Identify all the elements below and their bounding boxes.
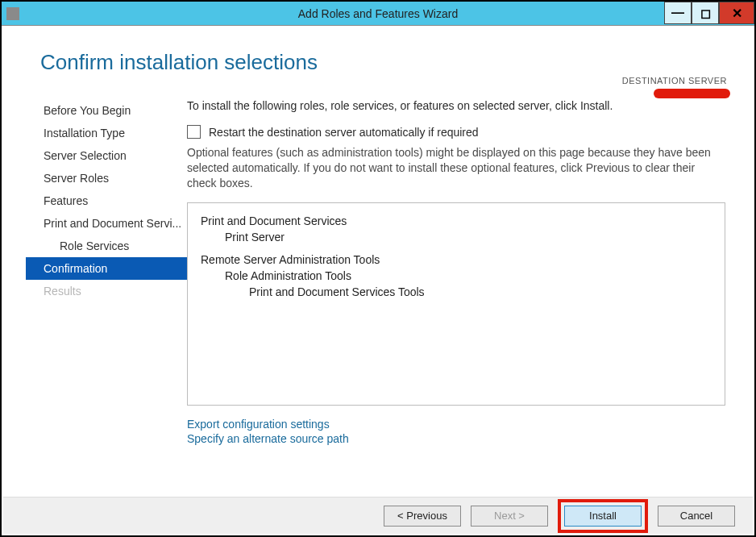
install-highlight: Install xyxy=(558,499,648,533)
maximize-button[interactable]: ◻ xyxy=(692,2,719,24)
wizard-nav: Before You Begin Installation Type Serve… xyxy=(2,99,187,446)
nav-server-selection[interactable]: Server Selection xyxy=(40,144,187,167)
nav-results: Results xyxy=(40,280,187,302)
app-icon xyxy=(6,7,19,20)
nav-role-services[interactable]: Role Services xyxy=(40,235,187,257)
window-title: Add Roles and Features Wizard xyxy=(2,7,754,20)
destination-server-redacted xyxy=(654,89,730,98)
minimize-button[interactable]: — xyxy=(664,2,692,24)
install-button[interactable]: Install xyxy=(564,506,642,527)
selection-group: Remote Server Administration Tools xyxy=(201,252,712,268)
nav-server-roles[interactable]: Server Roles xyxy=(40,167,187,189)
selection-group: Print and Document Services xyxy=(201,213,712,229)
selection-item: Role Administration Tools xyxy=(201,268,712,284)
close-button[interactable]: ✕ xyxy=(719,2,754,24)
title-bar: Add Roles and Features Wizard — ◻ ✕ xyxy=(2,2,754,26)
previous-button[interactable]: < Previous xyxy=(384,506,461,527)
cancel-button[interactable]: Cancel xyxy=(658,506,735,527)
page-title: Confirm installation selections xyxy=(2,26,754,75)
nav-confirmation[interactable]: Confirmation xyxy=(26,257,187,280)
selections-box: Print and Document Services Print Server… xyxy=(187,202,725,406)
nav-before-you-begin[interactable]: Before You Begin xyxy=(40,99,187,122)
selection-item: Print and Document Services Tools xyxy=(201,284,712,300)
restart-checkbox[interactable] xyxy=(187,125,201,139)
window-buttons: — ◻ ✕ xyxy=(664,2,754,26)
alternate-source-link[interactable]: Specify an alternate source path xyxy=(187,431,725,446)
intro-text: To install the following roles, role ser… xyxy=(187,99,725,112)
nav-print-document-services[interactable]: Print and Document Servi... xyxy=(40,212,187,235)
export-config-link[interactable]: Export configuration settings xyxy=(187,417,725,431)
content-area: Confirm installation selections DESTINAT… xyxy=(2,26,754,498)
wizard-footer: < Previous Next > Install Cancel xyxy=(3,497,753,534)
restart-checkbox-label: Restart the destination server automatic… xyxy=(209,126,479,139)
selection-item: Print Server xyxy=(201,229,712,245)
nav-installation-type[interactable]: Installation Type xyxy=(40,122,187,144)
restart-checkbox-row: Restart the destination server automatic… xyxy=(187,125,725,139)
destination-server-label: DESTINATION SERVER xyxy=(622,76,727,85)
next-button: Next > xyxy=(471,506,548,527)
main-panel: To install the following roles, role ser… xyxy=(187,99,754,446)
optional-features-text: Optional features (such as administratio… xyxy=(187,145,725,191)
nav-features[interactable]: Features xyxy=(40,189,187,212)
links-area: Export configuration settings Specify an… xyxy=(187,417,725,446)
